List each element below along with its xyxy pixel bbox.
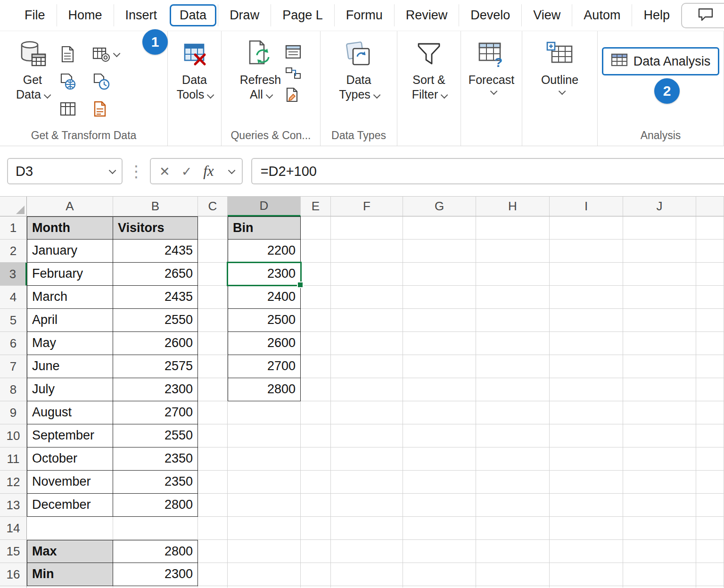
tab-develo[interactable]: Develo bbox=[459, 4, 521, 26]
col-header-G[interactable]: G bbox=[403, 197, 476, 216]
check-icon[interactable]: ✓ bbox=[181, 164, 192, 179]
cell-G14[interactable] bbox=[403, 517, 476, 540]
cell-A3[interactable]: February bbox=[27, 263, 113, 286]
cell-F1[interactable] bbox=[331, 216, 403, 240]
from-picture-button[interactable] bbox=[92, 100, 107, 117]
cell-F16[interactable] bbox=[331, 563, 403, 586]
tab-draw[interactable]: Draw bbox=[218, 4, 271, 26]
cell-G8[interactable] bbox=[403, 378, 476, 401]
tab-home[interactable]: Home bbox=[57, 4, 114, 26]
cell-I7[interactable] bbox=[550, 355, 623, 378]
cell-B10[interactable]: 2550 bbox=[113, 424, 198, 447]
row-header-6[interactable]: 6 bbox=[0, 332, 27, 355]
cell-F8[interactable] bbox=[331, 378, 403, 401]
cell-G12[interactable] bbox=[403, 471, 476, 494]
cell-A5[interactable]: April bbox=[27, 309, 113, 332]
cell-G6[interactable] bbox=[403, 332, 476, 355]
data-types-button[interactable]: Data Types bbox=[339, 38, 378, 102]
cell-C15[interactable] bbox=[198, 540, 228, 563]
cell-B1[interactable]: Visitors bbox=[113, 216, 198, 240]
cell-F13[interactable] bbox=[331, 494, 403, 517]
from-text-csv-button[interactable] bbox=[59, 45, 75, 63]
cell-C10[interactable] bbox=[198, 424, 228, 447]
cell-C2[interactable] bbox=[198, 240, 228, 263]
tab-data[interactable]: Data bbox=[170, 4, 216, 26]
tab-review[interactable]: Review bbox=[394, 4, 459, 26]
col-header-D[interactable]: D bbox=[228, 197, 301, 216]
col-header-J[interactable]: J bbox=[623, 197, 696, 216]
cell-I12[interactable] bbox=[550, 471, 623, 494]
cell-D16[interactable] bbox=[228, 563, 301, 586]
cell-F3[interactable] bbox=[331, 263, 403, 286]
cell-H15[interactable] bbox=[476, 540, 550, 563]
cell-G3[interactable] bbox=[403, 263, 476, 286]
cell-B6[interactable]: 2600 bbox=[113, 332, 198, 355]
col-header-H[interactable]: H bbox=[476, 197, 550, 216]
tab-view[interactable]: View bbox=[521, 4, 572, 26]
cell-J11[interactable] bbox=[623, 447, 696, 471]
cell-A2[interactable]: January bbox=[27, 240, 113, 263]
cell-I6[interactable] bbox=[550, 332, 623, 355]
comments-button[interactable] bbox=[681, 3, 724, 28]
cell-D12[interactable] bbox=[228, 471, 301, 494]
cell-E3[interactable] bbox=[301, 263, 331, 286]
cell-I11[interactable] bbox=[550, 447, 623, 471]
cell-J9[interactable] bbox=[623, 401, 696, 424]
tab-file[interactable]: File bbox=[13, 4, 57, 26]
cell-A16[interactable]: Min bbox=[27, 563, 113, 586]
cell-H4[interactable] bbox=[476, 286, 550, 309]
cell-B4[interactable]: 2435 bbox=[113, 286, 198, 309]
formula-input[interactable]: =D2+100 bbox=[251, 158, 724, 184]
cell-A11[interactable]: October bbox=[27, 447, 113, 471]
row-header-10[interactable]: 10 bbox=[0, 424, 27, 447]
cell-G15[interactable] bbox=[403, 540, 476, 563]
cell-C14[interactable] bbox=[198, 517, 228, 540]
cell-G10[interactable] bbox=[403, 424, 476, 447]
cell-D9[interactable] bbox=[228, 401, 301, 424]
cell-I4[interactable] bbox=[550, 286, 623, 309]
cell-D8[interactable]: 2800 bbox=[228, 378, 301, 401]
col-header-F[interactable]: F bbox=[331, 197, 403, 216]
cell-D2[interactable]: 2200 bbox=[228, 240, 301, 263]
cell-E2[interactable] bbox=[301, 240, 331, 263]
cell-C4[interactable] bbox=[198, 286, 228, 309]
get-data-button[interactable]: Get Data bbox=[16, 38, 49, 102]
cell-C7[interactable] bbox=[198, 355, 228, 378]
cell-B14[interactable] bbox=[113, 517, 198, 540]
row-header-11[interactable]: 11 bbox=[0, 447, 27, 471]
existing-connections-button[interactable] bbox=[92, 73, 110, 90]
row-header-5[interactable]: 5 bbox=[0, 309, 27, 332]
cell-J8[interactable] bbox=[623, 378, 696, 401]
cell-E11[interactable] bbox=[301, 447, 331, 471]
cell-I5[interactable] bbox=[550, 309, 623, 332]
cancel-icon[interactable]: ✕ bbox=[159, 164, 170, 179]
cell-H6[interactable] bbox=[476, 332, 550, 355]
cell-J1[interactable] bbox=[623, 216, 696, 240]
cell-F10[interactable] bbox=[331, 424, 403, 447]
cell-B13[interactable]: 2800 bbox=[113, 494, 198, 517]
cell-H8[interactable] bbox=[476, 378, 550, 401]
cell-B5[interactable]: 2550 bbox=[113, 309, 198, 332]
cell-I16[interactable] bbox=[550, 563, 623, 586]
cell-H12[interactable] bbox=[476, 471, 550, 494]
cell-E5[interactable] bbox=[301, 309, 331, 332]
cell-E13[interactable] bbox=[301, 494, 331, 517]
cell-F11[interactable] bbox=[331, 447, 403, 471]
row-header-2[interactable]: 2 bbox=[0, 240, 27, 263]
select-all-corner[interactable] bbox=[0, 197, 27, 216]
col-header-I[interactable]: I bbox=[550, 197, 623, 216]
cell-F2[interactable] bbox=[331, 240, 403, 263]
cell-H13[interactable] bbox=[476, 494, 550, 517]
cell-G7[interactable] bbox=[403, 355, 476, 378]
cell-D11[interactable] bbox=[228, 447, 301, 471]
cell-G11[interactable] bbox=[403, 447, 476, 471]
cell-B2[interactable]: 2435 bbox=[113, 240, 198, 263]
col-header-B[interactable]: B bbox=[113, 197, 198, 216]
cell-B16[interactable]: 2300 bbox=[113, 563, 198, 586]
cell-I10[interactable] bbox=[550, 424, 623, 447]
cell-H3[interactable] bbox=[476, 263, 550, 286]
tab-insert[interactable]: Insert bbox=[114, 4, 169, 26]
cell-C11[interactable] bbox=[198, 447, 228, 471]
insert-function-icon[interactable]: fx bbox=[203, 163, 214, 180]
cell-F6[interactable] bbox=[331, 332, 403, 355]
